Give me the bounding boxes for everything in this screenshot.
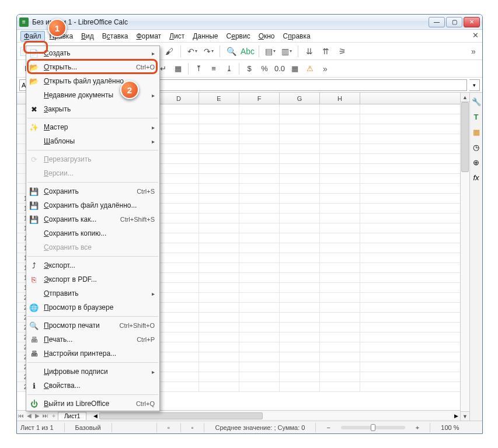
cell[interactable] <box>280 233 320 243</box>
cell[interactable] <box>280 124 320 134</box>
sidebar-styles-icon[interactable]: ▦ <box>471 127 482 137</box>
cell[interactable] <box>239 174 280 183</box>
cell[interactable] <box>239 194 280 203</box>
sidebar-navigator-icon[interactable]: ⊕ <box>471 157 482 167</box>
cell[interactable] <box>280 164 320 173</box>
cell[interactable] <box>320 134 360 144</box>
status-summary[interactable]: Среднее значение: ; Сумма: 0 <box>215 424 305 431</box>
cell[interactable] <box>199 243 239 253</box>
sidebar-properties-icon[interactable]: T <box>471 111 482 122</box>
cell[interactable] <box>239 114 280 124</box>
cell[interactable] <box>199 332 239 342</box>
cell[interactable] <box>199 154 239 163</box>
cell[interactable] <box>280 352 320 362</box>
cell[interactable] <box>280 283 320 292</box>
cell[interactable] <box>159 293 199 302</box>
cell[interactable] <box>159 194 199 203</box>
cell[interactable] <box>320 233 360 243</box>
cell[interactable] <box>199 164 239 173</box>
column-header[interactable]: H <box>320 93 360 104</box>
cell[interactable] <box>280 313 320 322</box>
file-menu-item[interactable]: 📂Открыть файл удалённо... <box>26 74 159 88</box>
cell[interactable] <box>199 134 239 144</box>
formula-dropdown[interactable]: ▾ <box>469 79 480 91</box>
cell[interactable] <box>159 283 199 292</box>
cell[interactable] <box>280 323 320 332</box>
close-document-button[interactable]: ✕ <box>472 31 479 40</box>
file-menu-item[interactable]: ⏻Выйти из LibreOfficeCtrl+Q <box>26 397 159 411</box>
cell[interactable] <box>199 372 239 382</box>
tab-nav-next[interactable]: ▶ <box>33 412 41 419</box>
cell[interactable] <box>239 283 280 292</box>
cell[interactable] <box>239 313 280 322</box>
cell[interactable] <box>239 263 280 272</box>
cell[interactable] <box>199 293 239 302</box>
column-header[interactable]: G <box>280 93 320 104</box>
column-header[interactable]: E <box>199 93 239 104</box>
sidebar-functions-icon[interactable]: fx <box>471 172 482 183</box>
cell[interactable] <box>320 283 360 292</box>
cell[interactable] <box>320 342 360 352</box>
cell[interactable] <box>199 233 239 243</box>
file-menu-item[interactable]: 🔍Просмотр печатиCtrl+Shift+O <box>26 318 159 332</box>
sort-asc-button[interactable]: ⇊ <box>303 45 316 58</box>
cell[interactable] <box>320 223 360 233</box>
cell[interactable] <box>159 204 199 213</box>
menu-help[interactable]: Справка <box>280 31 314 41</box>
cell[interactable] <box>199 253 239 262</box>
cell[interactable] <box>159 362 199 372</box>
file-menu-item[interactable]: ℹСвойства... <box>26 379 159 393</box>
cell[interactable] <box>159 323 199 332</box>
menu-file[interactable]: Файл <box>20 31 45 41</box>
cell[interactable] <box>320 164 360 173</box>
cell[interactable] <box>239 164 280 173</box>
tab-nav-first[interactable]: ⏮ <box>17 412 25 419</box>
cell[interactable] <box>320 174 360 183</box>
cell[interactable] <box>239 154 280 163</box>
file-menu-item[interactable]: 🌐Просмотр в браузере <box>26 300 159 314</box>
conditional-button[interactable]: ⚠ <box>304 62 316 75</box>
minimize-button[interactable]: — <box>429 17 445 27</box>
cell[interactable] <box>159 243 199 253</box>
column-header[interactable]: F <box>239 93 280 104</box>
cell[interactable] <box>239 144 280 153</box>
menu-window[interactable]: Окно <box>255 31 278 41</box>
cell[interactable] <box>320 332 360 342</box>
cell[interactable] <box>320 253 360 262</box>
cell[interactable] <box>280 204 320 213</box>
cell[interactable] <box>280 273 320 282</box>
cell[interactable] <box>320 144 360 153</box>
sidebar-settings-icon[interactable]: 🔧 <box>471 96 482 107</box>
cell[interactable] <box>159 372 199 382</box>
valign-bottom-button[interactable]: ⤓ <box>222 62 235 75</box>
status-selection-mode[interactable]: ▫ <box>168 424 170 431</box>
cell[interactable] <box>199 273 239 282</box>
cell[interactable] <box>239 204 280 213</box>
cell[interactable] <box>320 352 360 362</box>
cell[interactable] <box>280 243 320 253</box>
cell[interactable] <box>199 223 239 233</box>
cell[interactable] <box>280 372 320 382</box>
cell[interactable] <box>280 134 320 144</box>
cell[interactable] <box>239 124 280 134</box>
cell[interactable] <box>159 154 199 163</box>
cell[interactable] <box>159 223 199 233</box>
cell[interactable] <box>280 263 320 272</box>
column-button[interactable]: ▥ <box>280 45 293 58</box>
cell[interactable] <box>159 174 199 183</box>
cell[interactable] <box>199 124 239 134</box>
file-menu-item[interactable]: Отправить▸ <box>26 286 159 300</box>
tab-add[interactable]: ＋ <box>50 412 58 420</box>
cell[interactable] <box>280 253 320 262</box>
cell[interactable] <box>239 342 280 352</box>
maximize-button[interactable]: ▢ <box>446 17 462 27</box>
sort-desc-button[interactable]: ⇈ <box>319 45 332 58</box>
undo-button[interactable]: ↶ <box>186 45 198 58</box>
cell[interactable] <box>159 273 199 282</box>
cell[interactable] <box>199 204 239 213</box>
column-header[interactable]: D <box>159 93 199 104</box>
cell[interactable] <box>159 124 199 134</box>
cell[interactable] <box>320 114 360 124</box>
file-menu-item[interactable]: 📄Создать▸ <box>26 46 159 60</box>
cell[interactable] <box>239 184 280 193</box>
